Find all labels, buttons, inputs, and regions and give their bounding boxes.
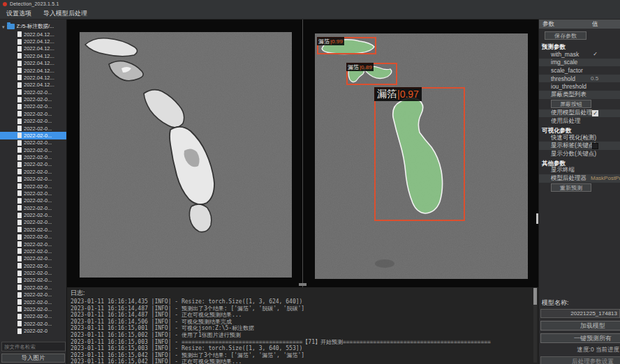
model-name-field[interactable]: 20221225_174813: [540, 309, 620, 318]
tree-item-label: 2022-02-0...: [24, 270, 52, 276]
file-icon: [17, 314, 22, 319]
load-model-button[interactable]: 加载模型: [540, 321, 620, 331]
save-params-button[interactable]: 保存参数: [545, 31, 586, 40]
checkbox-checked[interactable]: ✓: [592, 51, 598, 57]
log-console[interactable]: 日志: 2023-01-11 16:16:14,435 |INFO| - Res…: [67, 287, 538, 364]
tree-item[interactable]: 2022-02-0...: [0, 110, 66, 117]
tree-item[interactable]: 2022-02-0...: [0, 146, 66, 153]
param-row[interactable]: 显示标签(关键点): [539, 142, 620, 150]
param-row[interactable]: 显示分数(关键点): [539, 150, 620, 158]
divider-handle[interactable]: [299, 283, 307, 286]
tree-item[interactable]: 2022-02-0...: [0, 262, 66, 269]
tree-item[interactable]: 2022-02-0...: [0, 103, 66, 110]
tree-item[interactable]: 2022.04.12...: [0, 52, 66, 59]
file-icon: [17, 132, 22, 138]
tree-item[interactable]: 2022-02-0...: [0, 313, 66, 320]
original-image-panel[interactable]: [80, 32, 292, 278]
tree-item[interactable]: 2022-02-0...: [0, 305, 66, 312]
file-icon: [17, 31, 22, 37]
tree-item-label: 2022-02-0...: [24, 219, 52, 225]
tree-item[interactable]: 2022-02-0...: [0, 125, 66, 132]
checkbox-checked[interactable]: ✓: [592, 110, 598, 116]
tree-item[interactable]: 2022-02-0...: [0, 204, 66, 211]
param-section-header: 其他参数: [539, 158, 620, 167]
param-row[interactable]: 屏蔽类型列表: [539, 91, 620, 99]
tree-item[interactable]: 2022-02-0...: [0, 255, 66, 262]
param-row[interactable]: with_mask✓: [539, 50, 620, 59]
param-action-button[interactable]: 重新预测: [551, 183, 591, 192]
tree-item[interactable]: 2022-02-0...: [0, 248, 66, 255]
tree-item-label: 2022-02-0...: [24, 299, 52, 305]
tree-item[interactable]: 2022.04.12...: [0, 82, 66, 89]
tree-item-label: 2022-02-0...: [24, 154, 52, 160]
image-panel-divider[interactable]: [302, 20, 303, 287]
tree-item[interactable]: 2022-02-0...: [0, 269, 66, 276]
original-image: [80, 32, 292, 278]
tree-item-label: 2022.04.12...: [24, 38, 54, 45]
predict-all-button[interactable]: 一键预测所有: [540, 333, 620, 343]
param-row[interactable]: 使用模型后处理✓: [539, 109, 620, 118]
import-image-button[interactable]: 导入图片: [1, 354, 65, 363]
tree-item[interactable]: 2022.04.12...: [0, 38, 66, 45]
tree-item[interactable]: 2022-02-0...: [0, 219, 66, 226]
tree-item-label: 2022-02-0...: [24, 285, 52, 291]
detection-box-3: [374, 87, 465, 221]
tree-item[interactable]: 2022-02-0...: [0, 89, 66, 96]
detection-class: 漏箔: [377, 88, 397, 100]
log-scrollbar-handle[interactable]: [533, 288, 537, 305]
tree-item[interactable]: 2022-02-0...: [0, 161, 66, 168]
param-action-button[interactable]: 屏蔽按钮: [551, 100, 591, 108]
tree-item[interactable]: 2022-02-0...: [0, 241, 66, 248]
tree-item[interactable]: 2022-02-0...: [0, 168, 66, 175]
prediction-image-panel[interactable]: 漏箔|0.99 漏箔|0.89 漏箔|0.97: [315, 33, 528, 279]
log-line: 2023-01-11 16:16:14,487 |INFO| - 正在可视化预测…: [71, 312, 538, 319]
menu-item-import-postprocess[interactable]: 导入模型后处理: [43, 9, 87, 18]
tree-item[interactable]: 2022-02-0...: [0, 197, 66, 204]
tree-item-label: 2022-02-0...: [24, 118, 52, 124]
tree-item[interactable]: 2022-02-0...: [0, 96, 66, 103]
tree-item[interactable]: 2022-02-0...: [0, 176, 66, 183]
tree-item-label: 2022-02-0...: [24, 169, 52, 175]
tree-item-label: 2022-02-0...: [24, 190, 52, 197]
tree-item[interactable]: 2022-02-0...: [0, 118, 66, 125]
tree-item[interactable]: 2022.04.12...: [0, 45, 66, 52]
param-row[interactable]: img_scale: [539, 59, 620, 67]
tree-item[interactable]: 2022-02-0...: [0, 211, 66, 218]
param-row[interactable]: scale_factor: [539, 66, 620, 75]
file-icon: [17, 147, 22, 153]
tree-item[interactable]: 2022-02-0...: [0, 234, 66, 241]
tree-item[interactable]: 2022.04.12...: [0, 60, 66, 67]
tree-item[interactable]: 2022-02-0...: [0, 226, 66, 233]
param-row[interactable]: 快速可视化(检测): [539, 134, 620, 142]
search-input[interactable]: [1, 342, 66, 351]
tree-item[interactable]: 2022-02-0...: [0, 277, 66, 284]
checkbox-unchecked[interactable]: [592, 143, 598, 149]
tree-root-label: Z:/5-标注数据/...: [17, 23, 54, 30]
menu-item-settings[interactable]: 设置选项: [6, 9, 31, 18]
param-row[interactable]: threshold0.5: [539, 75, 620, 83]
param-row[interactable]: 显示终端: [539, 167, 620, 175]
param-row[interactable]: 使用后处理: [539, 117, 620, 126]
tree-root[interactable]: ▾ Z:/5-标注数据/...: [0, 22, 66, 31]
tree-item[interactable]: 2022-02-0...: [0, 320, 66, 327]
tree-item[interactable]: 2022-02-0...: [0, 183, 66, 190]
tree-item[interactable]: 2022-02-0...: [0, 139, 66, 146]
tree-item[interactable]: 2022-02-0...: [0, 291, 66, 298]
tree-item[interactable]: 2022-02-0...: [0, 190, 66, 197]
file-tree[interactable]: ▾ Z:/5-标注数据/... 2022.04.12...2022.04.12.…: [0, 20, 66, 340]
param-row[interactable]: iou_threshold: [539, 82, 620, 91]
chevron-down-icon[interactable]: ▾: [2, 24, 5, 29]
tree-item[interactable]: 2022-02-0: [0, 327, 66, 334]
tree-item[interactable]: 2022-02-0...: [0, 132, 66, 139]
postprocess-settings-button[interactable]: 后处理参数设置: [540, 356, 620, 364]
tree-item[interactable]: 2022-02-0...: [0, 153, 66, 160]
param-row[interactable]: 模型后处理器MaskPostPro: [539, 174, 620, 183]
tree-item[interactable]: 2022.04.12...: [0, 67, 66, 74]
speed-progress-text: 速度:0 当前进度: [539, 346, 620, 354]
tree-item[interactable]: 2022-02-0...: [0, 298, 66, 305]
tree-item[interactable]: 2022-02-0...: [0, 284, 66, 291]
menu-bar: 设置选项 导入模型后处理: [0, 8, 620, 20]
tree-item[interactable]: 2022.04.12...: [0, 31, 66, 38]
tree-item[interactable]: 2022.04.12...: [0, 74, 66, 81]
log-scrollbar[interactable]: [533, 287, 537, 363]
